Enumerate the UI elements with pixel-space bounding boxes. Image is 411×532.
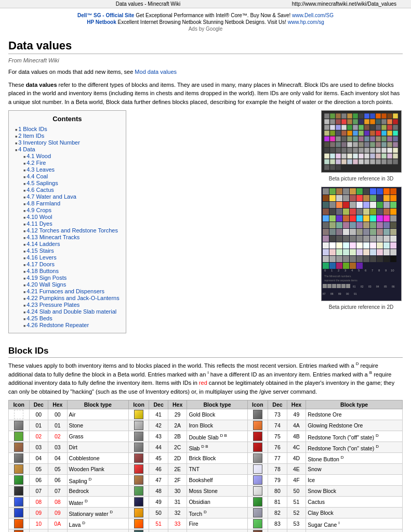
block-icon (134, 475, 143, 485)
svg-rect-107 (336, 159, 341, 164)
svg-rect-115 (381, 159, 387, 164)
cell-icon (128, 475, 149, 486)
svg-rect-22 (370, 119, 375, 124)
svg-rect-61 (370, 136, 375, 141)
contents-item-4-13[interactable]: 4.13 Minecart Tracks (23, 234, 120, 240)
contents-item-3[interactable]: 3 Inventory Slot Number (15, 139, 120, 146)
cell-hex: 2C (168, 442, 187, 453)
block-icon (253, 508, 262, 517)
ad2-url[interactable]: www.hp.com/sg (288, 19, 324, 25)
svg-rect-194 (363, 229, 369, 235)
cell-block-name: Air (67, 409, 128, 420)
svg-rect-122 (323, 188, 329, 194)
cell-dec: 77 (268, 453, 287, 464)
contents-item-4-24[interactable]: 4.24 Slab and Double Slab material (23, 308, 120, 315)
svg-rect-26 (393, 119, 398, 124)
contents-item-4-18[interactable]: 4.18 Buttons (23, 268, 120, 274)
col-hex-3: Hex (287, 400, 306, 409)
cell-block-name: Brick Block (187, 453, 247, 464)
contents-item-4-1[interactable]: 4.1 Wood (23, 153, 120, 159)
svg-rect-6 (353, 113, 358, 119)
cell-hex: 4B (287, 431, 306, 442)
svg-text:90: 90 (346, 292, 349, 295)
cell-hex: 54 (287, 529, 306, 532)
contents-item-4-5[interactable]: 4.5 Saplings (23, 180, 120, 186)
cell-hex: 29 (168, 409, 187, 420)
contents-item-4-21[interactable]: 4.21 Furnaces and Dispensers (23, 288, 120, 294)
cell-icon (247, 518, 268, 529)
cell-icon (247, 508, 268, 518)
cell-dec: 76 (268, 442, 287, 453)
svg-rect-180 (343, 222, 349, 228)
table-header-row: Icon Dec Hex Block type Icon Dec Hex Blo… (9, 400, 403, 409)
svg-rect-92 (324, 153, 329, 159)
contents-item-4-7[interactable]: 4.7 Water and Lava (23, 193, 120, 200)
contents-item-4-9[interactable]: 4.9 Crops (23, 207, 120, 213)
contents-item-4[interactable]: 4 Data (15, 146, 120, 152)
cell-dec: 04 (29, 453, 48, 464)
svg-text:91: 91 (354, 292, 357, 295)
contents-item-4-20[interactable]: 4.20 Wall Signs (23, 281, 120, 288)
contents-item-4-3[interactable]: 4.3 Leaves (23, 166, 120, 173)
cell-hex: 53 (287, 518, 306, 529)
svg-rect-200 (329, 236, 336, 242)
svg-rect-136 (343, 195, 349, 201)
contents-item-1[interactable]: 1 Block IDs (15, 126, 120, 132)
svg-rect-195 (370, 229, 376, 235)
svg-rect-17 (341, 119, 347, 124)
svg-text:81: 81 (353, 285, 356, 288)
svg-rect-263 (327, 284, 332, 288)
cell-hex: 0A (48, 518, 68, 529)
cell-hex: 2D (168, 453, 187, 464)
cell-icon (9, 475, 30, 486)
svg-text:89: 89 (338, 292, 341, 295)
svg-text:The Minecraft numbers: The Minecraft numbers (324, 275, 351, 278)
mod-data-link[interactable]: Mod data values (135, 69, 177, 75)
contents-item-4-22[interactable]: 4.22 Pumpkins and Jack-O-Lanterns (23, 295, 120, 301)
contents-item-4-15[interactable]: 4.15 Stairs (23, 248, 120, 254)
contents-item-4-4[interactable]: 4.4 Coal (23, 173, 120, 179)
svg-rect-76 (381, 142, 387, 147)
contents-item-4-26[interactable]: 4.26 Redstone Repeater (23, 322, 120, 328)
cell-dec: 42 (149, 420, 168, 431)
col-icon-1: Icon (9, 400, 30, 409)
contents-item-4-2[interactable]: 4.2 Fire (23, 160, 120, 166)
block-icon (14, 530, 23, 532)
svg-rect-90 (387, 148, 392, 153)
block-icon (253, 410, 262, 419)
contents-item-4-16[interactable]: 4.16 Levers (23, 254, 120, 261)
ad1-url[interactable]: www.Dell.com/SG (292, 12, 334, 18)
cell-block-name: Redstone Torch ("off" state) D (306, 431, 403, 442)
ad1-link[interactable]: Dell™ SG - Official Site (77, 12, 134, 18)
cell-block-name: Fire (187, 518, 247, 529)
contents-item-2[interactable]: 2 Item IDs (15, 133, 120, 139)
table-row: 0505Wooden Plank462ETNT784ESnow (9, 464, 403, 475)
contents-item-4-25[interactable]: 4.25 Beds (23, 315, 120, 321)
svg-rect-204 (356, 236, 363, 242)
intro-see: For data values on mods that add new ite… (8, 68, 403, 76)
contents-item-4-11[interactable]: 4.11 Dyes (23, 220, 120, 227)
contents-item-4-14[interactable]: 4.14 Ladders (23, 241, 120, 247)
contents-item-4-8[interactable]: 4.8 Farmland (23, 200, 120, 206)
svg-rect-106 (330, 159, 335, 164)
svg-rect-229 (377, 249, 383, 255)
svg-rect-36 (376, 125, 381, 130)
svg-rect-147 (343, 202, 349, 208)
svg-rect-114 (376, 159, 381, 164)
contents-item-4-23[interactable]: 4.23 Pressure Plates (23, 302, 120, 308)
svg-rect-47 (364, 131, 369, 136)
cell-icon (128, 464, 149, 475)
from-wiki: From Minecraft Wiki (8, 57, 403, 63)
svg-rect-231 (390, 249, 396, 255)
contents-list: 1 Block IDs 2 Item IDs 3 Inventory Slot … (15, 126, 120, 328)
block-icon (253, 432, 262, 441)
contents-item-4-19[interactable]: 4.19 Sign Posts (23, 275, 120, 281)
svg-rect-167 (329, 215, 336, 222)
contents-item-4-6[interactable]: 4.6 Cactus (23, 187, 120, 193)
contents-item-4-12[interactable]: 4.12 Torches and Redstone Torches (23, 227, 120, 233)
svg-rect-48 (370, 131, 375, 136)
contents-item-4-10[interactable]: 4.10 Wool (23, 214, 120, 220)
contents-item-4-17[interactable]: 4.17 Doors (23, 261, 120, 267)
ad2-link[interactable]: HP Netbook (87, 19, 116, 25)
table-row: 0707Bedrock4830Moss Stone8050Snow Block (9, 486, 403, 497)
